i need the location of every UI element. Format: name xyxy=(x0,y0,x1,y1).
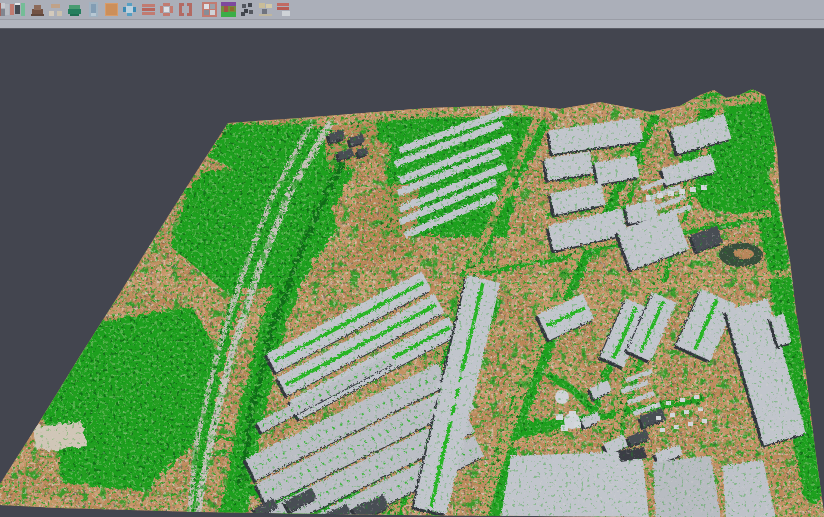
dtm-model-icon[interactable] xyxy=(67,2,82,17)
dem-model-icon[interactable] xyxy=(30,2,45,17)
classified-map-icon[interactable] xyxy=(221,2,236,17)
profile-lines-icon[interactable] xyxy=(141,2,156,17)
rect-select-icon[interactable] xyxy=(178,2,193,17)
toolbar-lower-strip xyxy=(0,20,824,29)
attribute-table-icon[interactable] xyxy=(10,2,25,17)
terrain-point-cloud xyxy=(0,29,824,517)
ground-points-icon[interactable] xyxy=(258,2,273,17)
point-cloud-dark-icon[interactable] xyxy=(240,2,255,17)
layer-stack-icon[interactable] xyxy=(0,2,10,17)
main-toolbar xyxy=(0,0,824,20)
viewport-3d[interactable] xyxy=(0,29,824,517)
section-view-icon[interactable] xyxy=(86,2,101,17)
circle-points-blue-icon[interactable] xyxy=(122,2,137,17)
point-cloud-scene xyxy=(0,29,824,517)
classify-grid-icon[interactable] xyxy=(202,2,217,17)
flatten-tool-icon[interactable] xyxy=(276,2,291,17)
ortho-image-icon[interactable] xyxy=(104,2,119,17)
dsm-model-icon[interactable] xyxy=(48,2,63,17)
ring-select-icon[interactable] xyxy=(159,2,174,17)
